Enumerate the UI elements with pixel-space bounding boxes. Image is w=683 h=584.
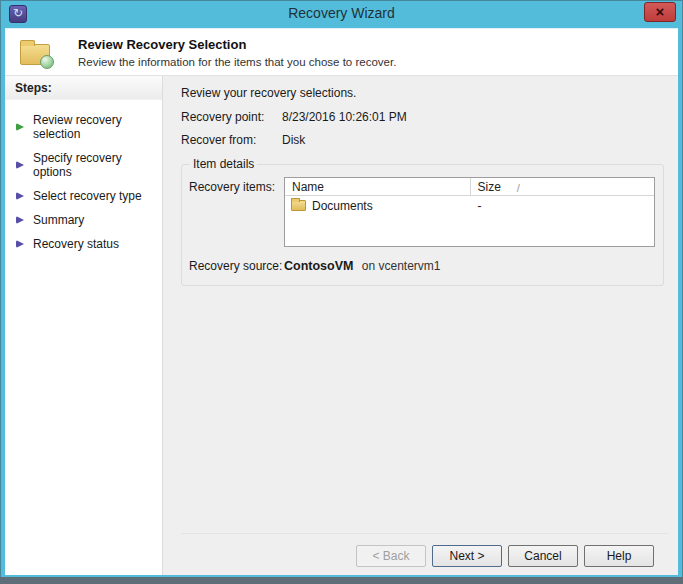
item-details-group: Item details Recovery items: Name Size /: [181, 157, 664, 286]
content-pane: Review your recovery selections. Recover…: [163, 76, 678, 575]
wizard-header: Review Recovery Selection Review the inf…: [5, 29, 678, 76]
step-label: Specify recovery options: [33, 151, 158, 179]
step-arrow-icon: [16, 240, 24, 248]
table-header-row: Name Size /: [285, 178, 654, 196]
window-title: Recovery Wizard: [0, 5, 683, 21]
steps-sidebar: Steps: Review recovery selection Specify…: [5, 76, 163, 575]
step-label: Select recovery type: [33, 189, 142, 203]
recover-from-label: Recover from:: [181, 133, 282, 147]
recovery-point-value: 8/23/2016 10:26:01 PM: [282, 110, 407, 124]
page-title: Review Recovery Selection: [78, 37, 396, 52]
recovery-items-table: Name Size / Documents: [284, 177, 655, 247]
recover-from-value: Disk: [282, 133, 305, 147]
button-bar: < Back Next > Cancel Help: [181, 533, 668, 575]
step-arrow-icon: [16, 161, 24, 169]
window-bottom-edge: [0, 577, 683, 584]
magnifier-badge-icon: [40, 55, 54, 69]
folder-icon: [291, 200, 306, 211]
help-button[interactable]: Help: [584, 545, 654, 567]
steps-heading: Steps:: [5, 76, 162, 100]
step-label: Recovery status: [33, 237, 119, 251]
step-summary: Summary: [5, 208, 162, 232]
step-select-recovery-type: Select recovery type: [5, 184, 162, 208]
recovery-items-label: Recovery items:: [189, 177, 284, 247]
title-bar: ↻ Recovery Wizard ×: [0, 0, 683, 28]
step-review-recovery-selection: Review recovery selection: [5, 108, 162, 146]
item-name: Documents: [312, 199, 373, 213]
window-body: Review Recovery Selection Review the inf…: [5, 28, 678, 575]
recovery-source-vm-name: ContosoVM: [284, 259, 353, 273]
step-recovery-status: Recovery status: [5, 232, 162, 256]
item-details-legend: Item details: [190, 157, 257, 171]
recovery-source-label: Recovery source:: [189, 259, 284, 273]
intro-text: Review your recovery selections.: [181, 86, 668, 100]
column-header-name[interactable]: Name: [285, 178, 470, 195]
cancel-button[interactable]: Cancel: [508, 545, 578, 567]
folder-recovery-icon: [20, 44, 50, 65]
page-subtitle: Review the information for the items tha…: [78, 56, 396, 68]
step-arrow-icon: [16, 123, 24, 131]
step-arrow-icon: [16, 192, 24, 200]
recovery-wizard-window: ↻ Recovery Wizard × Review Recovery Sele…: [0, 0, 683, 584]
step-specify-recovery-options: Specify recovery options: [5, 146, 162, 184]
table-row-documents[interactable]: Documents -: [285, 196, 654, 215]
recovery-point-label: Recovery point:: [181, 110, 282, 124]
next-button[interactable]: Next >: [432, 545, 502, 567]
item-size: -: [470, 199, 655, 213]
recover-from-row: Recover from: Disk: [181, 133, 668, 147]
step-arrow-icon: [16, 216, 24, 224]
step-label: Review recovery selection: [33, 113, 158, 141]
back-button: < Back: [356, 545, 426, 567]
column-header-size[interactable]: Size /: [470, 178, 655, 195]
recovery-source-host: on vcentervm1: [362, 259, 441, 273]
column-header-size-label: Size: [478, 180, 501, 195]
recovery-source-row: Recovery source: ContosoVM on vcentervm1: [189, 259, 655, 273]
step-label: Summary: [33, 213, 84, 227]
sort-ascending-icon: /: [517, 180, 520, 195]
recovery-point-row: Recovery point: 8/23/2016 10:26:01 PM: [181, 110, 668, 124]
close-icon[interactable]: ×: [644, 2, 676, 22]
